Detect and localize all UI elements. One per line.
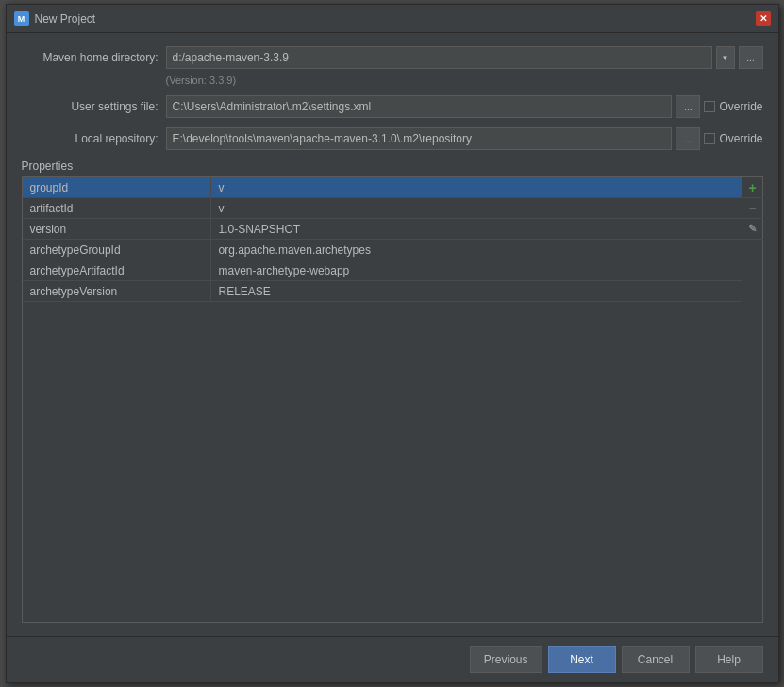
next-button[interactable]: Next (548, 646, 616, 673)
table-row[interactable]: archetypeGroupId org.apache.maven.archet… (23, 240, 742, 260)
properties-actions: + − ✎ (742, 177, 762, 622)
close-button[interactable]: ✕ (756, 11, 771, 26)
title-bar-left: M New Project (14, 11, 96, 26)
user-settings-override-checkbox[interactable] (704, 101, 715, 112)
prop-value: v (211, 198, 742, 218)
maven-browse-button[interactable]: ... (739, 46, 763, 69)
user-settings-browse-button[interactable]: ... (676, 95, 700, 118)
properties-section-label: Properties (22, 159, 763, 173)
user-settings-label: User settings file: (22, 100, 158, 113)
local-repo-override-checkbox[interactable] (704, 133, 715, 144)
local-repo-row: Local repository: ... Override (22, 127, 763, 150)
maven-home-input[interactable] (166, 46, 712, 69)
prop-value: v (211, 177, 742, 197)
version-hint: (Version: 3.3.9) (166, 75, 763, 86)
maven-home-input-container: ▼ ... (166, 46, 763, 69)
maven-home-row: Maven home directory: ▼ ... (22, 46, 763, 69)
prop-key: version (23, 219, 211, 239)
local-repo-override-label: Override (719, 132, 762, 145)
table-row[interactable]: archetypeVersion RELEASE (23, 281, 742, 302)
local-repo-input[interactable] (166, 127, 673, 150)
table-row[interactable]: version 1.0-SNAPSHOT (23, 219, 742, 240)
maven-home-label: Maven home directory: (22, 51, 158, 64)
local-repo-browse-button[interactable]: ... (676, 127, 700, 150)
prop-value: maven-archetype-webapp (211, 260, 742, 280)
user-settings-row: User settings file: ... Override (22, 95, 763, 118)
maven-dropdown-button[interactable]: ▼ (716, 46, 735, 69)
table-row[interactable]: artifactId v (23, 198, 742, 219)
user-settings-input[interactable] (166, 95, 673, 118)
prop-key: groupId (23, 177, 211, 197)
prop-key: archetypeVersion (23, 281, 211, 301)
cancel-button[interactable]: Cancel (622, 646, 690, 673)
properties-container: groupId v artifactId v version 1.0-SNAPS… (22, 176, 763, 623)
new-project-dialog: M New Project ✕ Maven home directory: ▼ … (6, 4, 779, 683)
prop-value: RELEASE (211, 281, 742, 301)
properties-table: groupId v artifactId v version 1.0-SNAPS… (23, 177, 742, 622)
table-row[interactable]: archetypeArtifactId maven-archetype-weba… (23, 260, 742, 281)
add-property-button[interactable]: + (742, 177, 763, 198)
local-repo-label: Local repository: (22, 132, 158, 145)
prop-value: org.apache.maven.archetypes (211, 240, 742, 260)
prop-key: artifactId (23, 198, 211, 218)
local-repo-override-row: Override (704, 132, 762, 145)
prop-key: archetypeGroupId (23, 240, 211, 260)
edit-property-button[interactable]: ✎ (742, 219, 763, 240)
remove-property-button[interactable]: − (742, 198, 763, 219)
table-row[interactable]: groupId v (23, 177, 742, 198)
properties-section: Properties groupId v artifactId v versio… (22, 159, 763, 623)
dialog-footer: Previous Next Cancel Help (7, 636, 778, 682)
prop-value: 1.0-SNAPSHOT (211, 219, 742, 239)
dialog-title: New Project (35, 12, 96, 25)
prop-key: archetypeArtifactId (23, 260, 211, 280)
user-settings-override-row: Override (704, 100, 762, 113)
previous-button[interactable]: Previous (470, 646, 542, 673)
user-settings-override-label: Override (719, 100, 762, 113)
title-bar: M New Project ✕ (7, 5, 778, 33)
user-settings-input-container: ... Override (166, 95, 763, 118)
local-repo-input-container: ... Override (166, 127, 763, 150)
help-button[interactable]: Help (695, 646, 763, 673)
dialog-content: Maven home directory: ▼ ... (Version: 3.… (7, 33, 778, 636)
app-icon: M (14, 11, 29, 26)
